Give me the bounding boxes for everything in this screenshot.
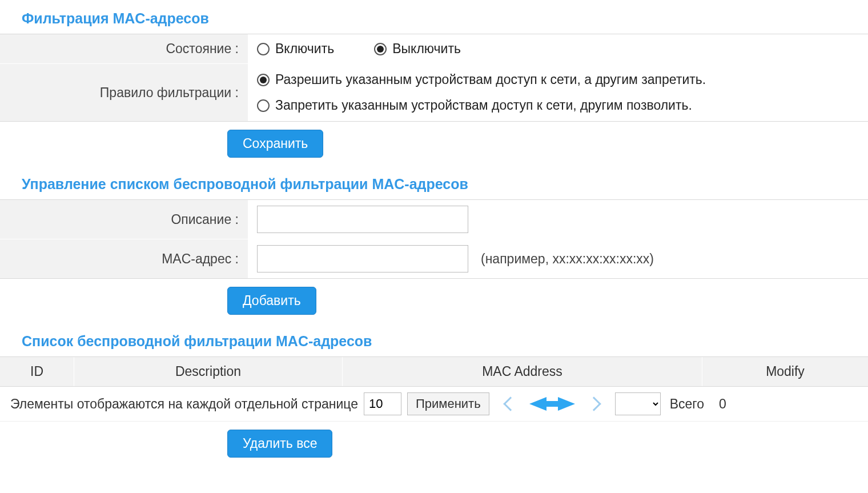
rule-deny-label: Запретить указанным устройствам доступ к… (275, 98, 692, 113)
per-page-input[interactable] (364, 392, 401, 415)
radio-icon (257, 99, 270, 112)
section3-title: Список беспроводной фильтрации MAC-адрес… (0, 323, 868, 356)
pager-next-icon[interactable] (558, 397, 575, 411)
rule-label: Правило фильтрации : (0, 64, 248, 121)
rule-allow-label: Разрешить указанным устройствам доступ к… (275, 72, 706, 87)
row-state: Состояние : Включить Выключить (0, 34, 868, 64)
pager: Элементы отображаются на каждой отдельно… (0, 387, 868, 422)
section2-form: Описание : MAC-адрес : (например, xx:xx:… (0, 199, 868, 279)
pager-prev-icon[interactable] (529, 397, 546, 411)
save-row: Сохранить (0, 122, 868, 166)
col-desc: Description (74, 357, 343, 386)
state-disable-radio[interactable]: Выключить (374, 41, 461, 57)
description-label: Описание : (0, 200, 248, 239)
apply-button[interactable]: Применить (407, 392, 489, 415)
section1-title: Фильтрация MAC-адресов (0, 0, 868, 34)
state-enable-radio[interactable]: Включить (257, 41, 334, 57)
delete-all-row: Удалить все (0, 422, 868, 466)
description-cell (248, 200, 868, 239)
state-enable-label: Включить (275, 41, 334, 57)
section1-form: Состояние : Включить Выключить Правило ф… (0, 34, 868, 122)
mac-cell: (например, xx:xx:xx:xx:xx:xx) (248, 239, 868, 278)
per-page-label: Элементы отображаются на каждой отдельно… (10, 396, 358, 412)
row-description: Описание : (0, 200, 868, 239)
row-rule: Правило фильтрации : Разрешить указанным… (0, 64, 868, 121)
section2-title: Управление списком беспроводной фильтрац… (0, 166, 868, 199)
delete-all-button[interactable]: Удалить все (227, 430, 332, 458)
total-label: Всего (670, 396, 704, 412)
description-input[interactable] (257, 206, 468, 233)
table-header: ID Description MAC Address Modify (0, 356, 868, 387)
save-button[interactable]: Сохранить (227, 130, 323, 158)
rule-allow-radio[interactable]: Разрешить указанным устройствам доступ к… (257, 72, 706, 87)
rule-options: Разрешить указанным устройствам доступ к… (248, 64, 868, 121)
radio-icon (374, 43, 387, 55)
radio-icon (257, 74, 270, 86)
col-modify: Modify (702, 357, 868, 386)
mac-input[interactable] (257, 245, 468, 272)
state-disable-label: Выключить (392, 41, 461, 57)
add-row: Добавить (0, 279, 868, 323)
rule-deny-radio[interactable]: Запретить указанным устройствам доступ к… (257, 98, 692, 113)
page-select[interactable] (615, 392, 661, 415)
mac-hint: (например, xx:xx:xx:xx:xx:xx) (481, 251, 654, 267)
pager-last-icon[interactable] (586, 396, 601, 411)
mac-label: MAC-адрес : (0, 239, 248, 278)
col-mac: MAC Address (343, 357, 702, 386)
add-button[interactable]: Добавить (227, 287, 316, 315)
radio-icon (257, 43, 270, 55)
total-count: 0 (719, 396, 726, 412)
pager-nav (503, 396, 601, 411)
pager-first-icon[interactable] (503, 396, 518, 411)
row-mac: MAC-адрес : (например, xx:xx:xx:xx:xx:xx… (0, 239, 868, 278)
state-options: Включить Выключить (248, 34, 868, 63)
col-id: ID (0, 357, 74, 386)
state-label: Состояние : (0, 34, 248, 63)
